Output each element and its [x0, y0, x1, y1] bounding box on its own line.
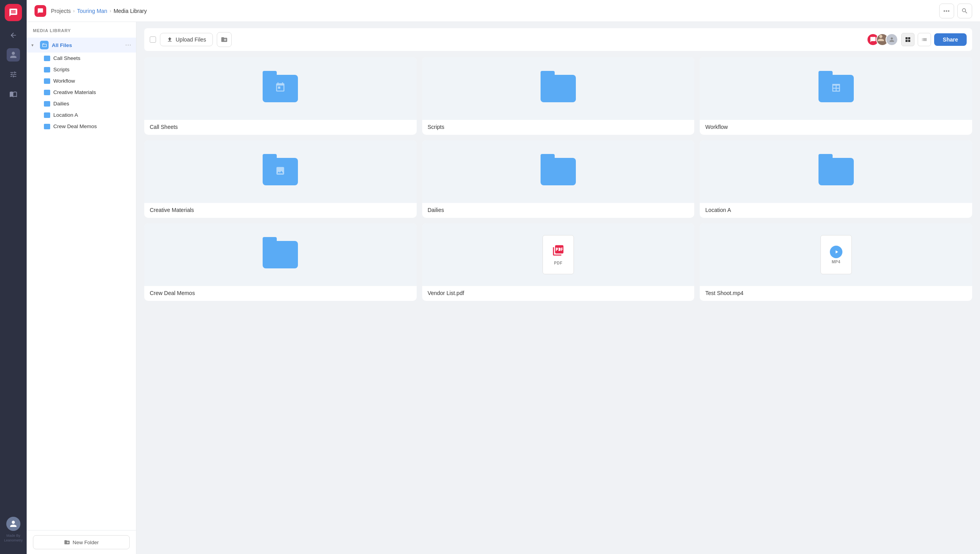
file-preview-location-a: [700, 140, 972, 203]
folder-icon: [44, 90, 50, 95]
grid-view-icon: [905, 36, 911, 43]
folder-icon: [44, 124, 50, 129]
more-options-button[interactable]: •••: [939, 4, 954, 18]
sidebar-item-dailies[interactable]: Dailies: [27, 98, 136, 109]
mp4-file-icon: MP4: [820, 235, 852, 274]
user-avatar-icon: [9, 51, 17, 59]
collaborator-icon-3: [889, 37, 895, 42]
folder-icon: [44, 78, 50, 84]
pdf-type-label: PDF: [554, 261, 563, 265]
folder-icon: [44, 101, 50, 107]
grid-view-button[interactable]: [901, 33, 915, 46]
sidebar-workflow-label: Workflow: [53, 78, 75, 84]
mp4-type-label: MP4: [832, 260, 840, 264]
pdf-icon: [552, 244, 564, 257]
calendar-icon: [275, 82, 286, 95]
breadcrumb-projects-link[interactable]: Projects: [51, 8, 71, 14]
columns-icon: [831, 83, 841, 94]
file-name-crew-deal-memos: Crew Deal Memos: [144, 286, 417, 301]
folder-add-icon: [221, 36, 228, 43]
sidebar-crew-deal-memos-label: Crew Deal Memos: [53, 123, 97, 129]
sliders-icon: [9, 71, 17, 78]
collaborator-avatar-3: [886, 33, 898, 46]
breadcrumb-sep-1: ›: [73, 8, 75, 14]
file-preview-dailies: [422, 140, 695, 203]
sidebar-item-location-a[interactable]: Location A: [27, 109, 136, 121]
toolbar-right: Share: [867, 33, 967, 46]
upload-icon: [167, 36, 173, 43]
folder-shape: [263, 75, 298, 102]
file-name-dailies: Dailies: [422, 203, 695, 218]
sidebar-item-call-sheets[interactable]: Call Sheets: [27, 53, 136, 64]
folder-shape: [263, 158, 298, 185]
files-grid: Call Sheets Scripts: [144, 57, 972, 301]
user-profile-button[interactable]: [5, 46, 22, 63]
file-card-location-a[interactable]: Location A: [700, 140, 972, 218]
file-preview-creative-materials: [144, 140, 417, 203]
back-button[interactable]: [5, 27, 22, 44]
sidebar-more-button[interactable]: ⋯: [125, 42, 131, 48]
list-view-icon: [921, 36, 927, 43]
sidebar-item-workflow[interactable]: Workflow: [27, 75, 136, 87]
file-name-workflow: Workflow: [700, 120, 972, 135]
top-nav: Projects › Touring Man › Media Library •…: [27, 0, 980, 22]
icon-bar: Made ByLeanometry: [0, 0, 27, 554]
file-preview-call-sheets: [144, 57, 417, 120]
share-button[interactable]: Share: [934, 33, 967, 46]
file-preview-test-shoot: MP4: [700, 223, 972, 286]
app-logo[interactable]: [5, 4, 22, 21]
select-all-checkbox[interactable]: [150, 36, 156, 43]
file-card-workflow[interactable]: Workflow: [700, 57, 972, 135]
file-name-vendor-list: Vendor List.pdf: [422, 286, 695, 301]
collaborator-icon-2: [877, 34, 885, 42]
sidebar-item-creative-materials[interactable]: Creative Materials: [27, 87, 136, 98]
file-preview-scripts: [422, 57, 695, 120]
file-card-test-shoot[interactable]: MP4 Test Shoot.mp4: [700, 223, 972, 301]
sidebar-item-all-files[interactable]: ▾ All Files ⋯: [27, 38, 136, 53]
search-icon: [961, 7, 968, 14]
breadcrumb-logo: [34, 5, 46, 17]
file-card-call-sheets[interactable]: Call Sheets: [144, 57, 417, 135]
folder-shape: [263, 241, 298, 268]
folder-shape: [818, 75, 854, 102]
file-name-creative-materials: Creative Materials: [144, 203, 417, 218]
all-files-icon: [40, 41, 49, 49]
file-card-creative-materials[interactable]: Creative Materials: [144, 140, 417, 218]
made-by-label: Made ByLeanometry: [4, 533, 23, 546]
folder-shape: [818, 158, 854, 185]
sidebar-item-crew-deal-memos[interactable]: Crew Deal Memos: [27, 121, 136, 132]
toolbar: Upload Files: [144, 28, 972, 51]
breadcrumb-project-link[interactable]: Touring Man: [77, 8, 107, 14]
play-icon: [834, 249, 839, 255]
add-folder-button[interactable]: [217, 32, 232, 47]
file-preview-vendor-list: PDF: [422, 223, 695, 286]
list-view-button[interactable]: [918, 33, 931, 46]
file-card-vendor-list[interactable]: PDF Vendor List.pdf: [422, 223, 695, 301]
sidebar: MEDIA LIBRARY ▾ All Files ⋯ Call Sheets: [27, 22, 136, 554]
file-card-dailies[interactable]: Dailies: [422, 140, 695, 218]
file-card-crew-deal-memos[interactable]: Crew Deal Memos: [144, 223, 417, 301]
user-avatar[interactable]: [6, 517, 20, 531]
sidebar-dailies-label: Dailies: [53, 101, 69, 107]
breadcrumb-logo-icon: [37, 8, 44, 14]
search-button[interactable]: [957, 4, 972, 18]
folder-open-icon: [42, 43, 47, 48]
collaborators-avatars: [867, 33, 898, 46]
sidebar-item-scripts[interactable]: Scripts: [27, 64, 136, 75]
sidebar-tree: ▾ All Files ⋯ Call Sheets Scripts: [27, 36, 136, 530]
file-preview-workflow: [700, 57, 972, 120]
file-name-scripts: Scripts: [422, 120, 695, 135]
main-content: Upload Files: [136, 22, 980, 554]
breadcrumb-sep-2: ›: [110, 8, 111, 14]
file-card-scripts[interactable]: Scripts: [422, 57, 695, 135]
breadcrumb: Projects › Touring Man › Media Library: [34, 5, 147, 17]
sidebar-location-a-label: Location A: [53, 112, 78, 118]
upload-files-button[interactable]: Upload Files: [160, 33, 213, 46]
sidebar-call-sheets-label: Call Sheets: [53, 55, 80, 61]
new-folder-button[interactable]: New Folder: [33, 535, 130, 549]
book-icon: [9, 90, 17, 98]
collapse-arrow: ▾: [31, 43, 37, 48]
sliders-button[interactable]: [5, 66, 22, 83]
book-button[interactable]: [5, 85, 22, 103]
logo-icon: [9, 8, 18, 17]
